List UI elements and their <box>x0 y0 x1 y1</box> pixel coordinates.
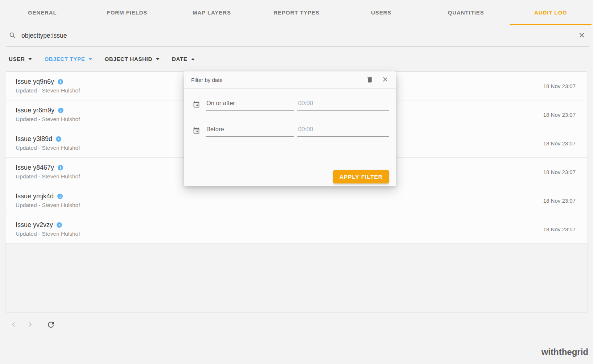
row-title: Issue yq9n6y <box>16 78 54 86</box>
search-bar <box>6 25 589 46</box>
chevron-down-icon <box>28 58 32 60</box>
tab-audit-log[interactable]: AUDIT LOG <box>508 0 593 25</box>
popover-header: Filter by date <box>184 71 396 89</box>
brand-logo: withthegrid <box>541 347 588 357</box>
chevron-right-icon <box>25 320 35 329</box>
next-page-button[interactable] <box>25 320 35 330</box>
active-tab-indicator <box>510 24 592 25</box>
close-popover-button[interactable] <box>381 75 390 85</box>
chevron-up-icon <box>191 58 195 60</box>
row-timestamp: 18 Nov 23:07 <box>543 112 576 118</box>
filter-object-type[interactable]: OBJECT TYPE <box>44 56 92 62</box>
filter-bar: USER OBJECT TYPE OBJECT HASHID DATE <box>0 46 593 71</box>
calendar-icon <box>193 127 200 137</box>
filter-label: OBJECT HASHID <box>104 56 152 62</box>
info-icon[interactable]: i <box>57 222 62 228</box>
before-time-input[interactable] <box>297 126 389 137</box>
apply-filter-button[interactable]: APPLY FILTER <box>333 170 389 183</box>
tab-general[interactable]: GENERAL <box>0 0 85 25</box>
row-title: Issue yv2vzy <box>16 221 53 229</box>
row-title: Issue y8467y <box>16 164 54 171</box>
row-timestamp: 18 Nov 23:07 <box>543 140 576 146</box>
tab-label: MAP LAYERS <box>193 9 231 16</box>
tab-label: USERS <box>371 9 391 16</box>
row-title: Issue y3l89d <box>16 135 52 143</box>
chevron-left-icon <box>9 320 18 329</box>
row-timestamp: 18 Nov 23:07 <box>543 198 576 204</box>
tab-label: REPORT TYPES <box>273 9 320 16</box>
row-timestamp: 18 Nov 23:07 <box>543 169 576 175</box>
prev-page-button[interactable] <box>9 320 18 330</box>
chevron-down-icon <box>156 58 160 60</box>
info-icon[interactable]: i <box>56 136 61 142</box>
tab-users[interactable]: USERS <box>339 0 424 25</box>
info-icon[interactable]: i <box>58 165 63 170</box>
info-icon[interactable]: i <box>57 194 63 199</box>
calendar-icon <box>193 101 200 111</box>
tab-form-fields[interactable]: FORM FIELDS <box>85 0 170 25</box>
filter-user[interactable]: USER <box>9 56 32 62</box>
tab-report-types[interactable]: REPORT TYPES <box>254 0 339 25</box>
on-or-after-time-input[interactable] <box>297 100 389 111</box>
filter-date[interactable]: DATE <box>172 56 195 62</box>
filter-label: USER <box>9 56 25 62</box>
refresh-button[interactable] <box>46 320 55 330</box>
close-icon <box>382 76 389 83</box>
row-title: Issue yr6m9y <box>16 107 54 114</box>
filter-label: DATE <box>172 56 188 62</box>
info-icon[interactable]: i <box>58 108 63 113</box>
date-filter-popover: Filter by date APPLY FILTE <box>184 71 396 186</box>
before-date-input[interactable] <box>206 126 294 137</box>
tab-label: GENERAL <box>28 9 57 16</box>
info-icon[interactable]: i <box>58 79 63 84</box>
row-timestamp: 18 Nov 23:07 <box>543 83 576 89</box>
close-icon <box>578 31 586 39</box>
chevron-down-icon <box>88 58 92 60</box>
search-icon <box>9 32 17 40</box>
before-field-row <box>193 126 389 137</box>
tab-label: AUDIT LOG <box>534 9 567 16</box>
tab-label: QUANTITIES <box>448 9 484 16</box>
row-title: Issue ymjk4d <box>16 193 54 200</box>
row-subtitle: Updated - Steven Hulshof <box>16 202 588 208</box>
trash-icon <box>366 76 374 83</box>
tab-bar: GENERAL FORM FIELDS MAP LAYERS REPORT TY… <box>0 0 593 25</box>
search-input[interactable] <box>21 32 576 40</box>
filter-label: OBJECT TYPE <box>44 56 85 62</box>
pagination-bar <box>0 313 593 330</box>
clear-date-filter-button[interactable] <box>365 75 374 85</box>
tab-label: FORM FIELDS <box>107 9 148 16</box>
row-timestamp: 18 Nov 23:07 <box>543 226 576 232</box>
audit-row[interactable]: Issue yv2vzy i Updated - Steven Hulshof … <box>5 215 588 244</box>
clear-search-button[interactable] <box>576 30 587 42</box>
popover-title: Filter by date <box>191 77 359 83</box>
refresh-icon <box>46 320 55 329</box>
audit-row[interactable]: Issue ymjk4d i Updated - Steven Hulshof … <box>5 186 588 215</box>
row-subtitle: Updated - Steven Hulshof <box>16 231 588 237</box>
tab-quantities[interactable]: QUANTITIES <box>424 0 508 25</box>
on-or-after-field-row <box>193 100 389 111</box>
tab-map-layers[interactable]: MAP LAYERS <box>169 0 254 25</box>
popover-body <box>184 89 396 137</box>
on-or-after-date-input[interactable] <box>206 100 294 111</box>
filter-object-hashid[interactable]: OBJECT HASHID <box>104 56 160 62</box>
